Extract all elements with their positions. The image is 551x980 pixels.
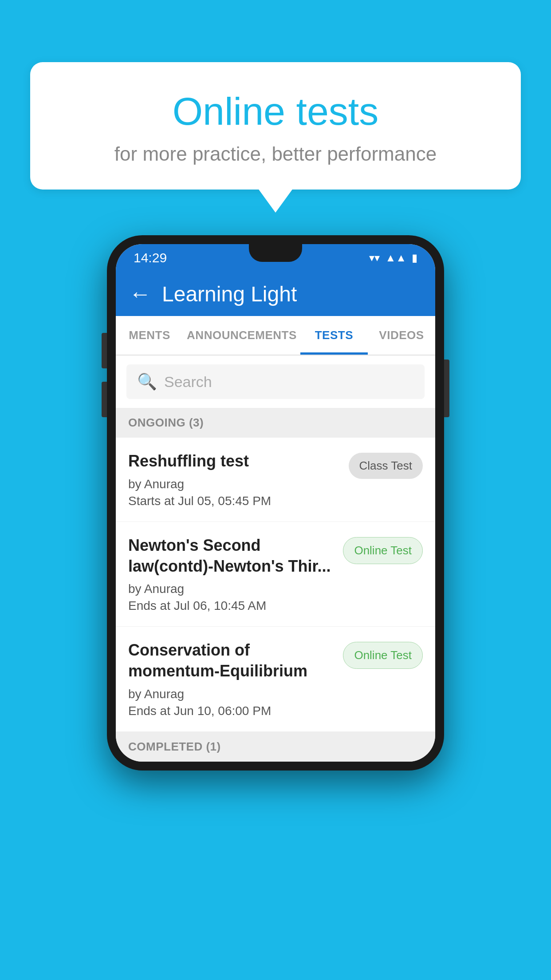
test-title: Conservation of momentum-Equilibrium	[128, 640, 334, 682]
ongoing-section-header: ONGOING (3)	[116, 408, 435, 438]
test-title: Newton's Second law(contd)-Newton's Thir…	[128, 535, 334, 577]
completed-section-header: COMPLETED (1)	[116, 732, 435, 762]
test-item[interactable]: Newton's Second law(contd)-Newton's Thir…	[116, 522, 435, 627]
wifi-icon: ▾▾	[369, 252, 380, 264]
search-input-wrap[interactable]: 🔍 Search	[126, 364, 425, 399]
search-placeholder: Search	[164, 373, 212, 391]
app-bar: ← Learning Light	[116, 272, 435, 316]
search-icon: 🔍	[137, 372, 157, 391]
app-title: Learning Light	[162, 282, 297, 306]
volume-down-button[interactable]	[102, 382, 107, 417]
tab-videos[interactable]: VIDEOS	[368, 316, 435, 355]
test-badge-online: Online Test	[343, 537, 423, 564]
test-badge-online-2: Online Test	[343, 642, 423, 669]
status-time: 14:29	[134, 250, 167, 265]
phone-notch	[249, 244, 302, 262]
test-author: by Anurag	[128, 582, 334, 596]
bubble-subtitle: for more practice, better performance	[48, 143, 503, 165]
speech-bubble: Online tests for more practice, better p…	[30, 62, 521, 190]
test-badge-class: Class Test	[349, 453, 423, 479]
signal-icon: ▲▲	[385, 252, 406, 264]
phone-container: 14:29 ▾▾ ▲▲ ▮ ← Learning Light MENTS ANN…	[107, 235, 444, 771]
volume-up-button[interactable]	[102, 333, 107, 368]
tabs-bar: MENTS ANNOUNCEMENTS TESTS VIDEOS	[116, 316, 435, 356]
status-icons: ▾▾ ▲▲ ▮	[369, 252, 417, 264]
phone-frame: 14:29 ▾▾ ▲▲ ▮ ← Learning Light MENTS ANN…	[107, 235, 444, 771]
test-author: by Anurag	[128, 687, 334, 701]
test-info: Conservation of momentum-Equilibrium by …	[128, 640, 343, 718]
test-info: Newton's Second law(contd)-Newton's Thir…	[128, 535, 343, 613]
battery-icon: ▮	[412, 252, 417, 264]
test-list: Reshuffling test by Anurag Starts at Jul…	[116, 438, 435, 732]
test-date: Ends at Jul 06, 10:45 AM	[128, 599, 334, 613]
tab-tests[interactable]: TESTS	[300, 316, 368, 355]
test-title: Reshuffling test	[128, 451, 340, 472]
search-bar: 🔍 Search	[116, 356, 435, 408]
power-button[interactable]	[444, 360, 449, 417]
test-item[interactable]: Reshuffling test by Anurag Starts at Jul…	[116, 438, 435, 522]
tab-announcements[interactable]: ANNOUNCEMENTS	[183, 316, 300, 355]
tab-ments[interactable]: MENTS	[116, 316, 183, 355]
bubble-title: Online tests	[48, 89, 503, 134]
test-info: Reshuffling test by Anurag Starts at Jul…	[128, 451, 349, 508]
phone-screen: 14:29 ▾▾ ▲▲ ▮ ← Learning Light MENTS ANN…	[116, 244, 435, 762]
test-date: Ends at Jun 10, 06:00 PM	[128, 704, 334, 718]
test-date: Starts at Jul 05, 05:45 PM	[128, 494, 340, 508]
test-item[interactable]: Conservation of momentum-Equilibrium by …	[116, 627, 435, 732]
test-author: by Anurag	[128, 477, 340, 491]
back-button[interactable]: ←	[129, 283, 151, 305]
